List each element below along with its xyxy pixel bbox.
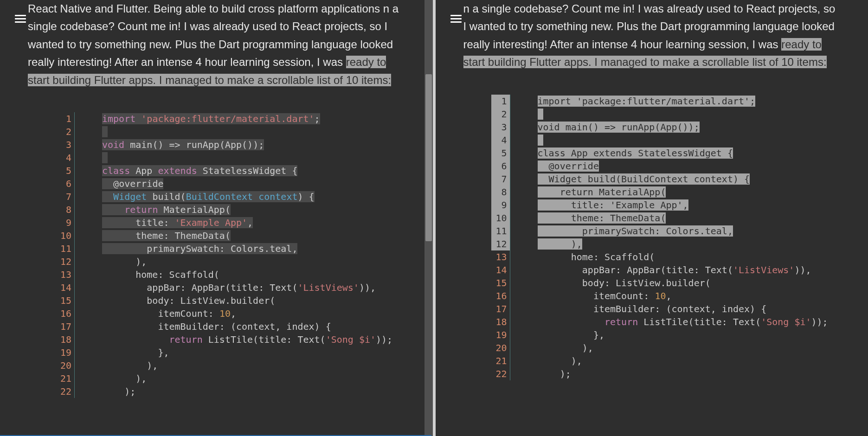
code-line: 12 ),: [491, 237, 841, 250]
code-line: 7 Widget build(BuildContext context) {: [491, 173, 841, 186]
code-line: 15 body: ListView.builder(: [491, 276, 841, 289]
code-line: 16 itemCount: 10,: [56, 307, 405, 320]
line-number: 1: [56, 112, 74, 125]
code-line: 18 return ListTile(title: Text('Song $i'…: [491, 315, 841, 328]
code-content: return ListTile(title: Text('Song $i'));: [510, 315, 828, 328]
line-number: 17: [56, 320, 74, 333]
code-line: 1import 'package:flutter/material.dart';: [491, 95, 841, 108]
line-number: 22: [56, 385, 74, 398]
code-content: return ListTile(title: Text('Song $i'));: [74, 333, 392, 346]
right-pane: n a single codebase? Count me in! I was …: [436, 0, 868, 436]
line-number: 21: [491, 354, 510, 367]
code-line: 2: [491, 108, 841, 121]
line-number: 4: [56, 151, 74, 164]
code-content: itemBuilder: (context, index) {: [510, 302, 767, 315]
code-line: 5class App extends StatelessWidget {: [491, 147, 841, 160]
line-number: 1: [491, 95, 510, 108]
line-number: 22: [491, 367, 510, 380]
code-line: 12 ),: [56, 255, 405, 268]
line-number: 18: [56, 333, 74, 346]
paragraph-text: n a single codebase? Count me in! I was …: [463, 2, 836, 51]
line-number: 16: [491, 289, 510, 302]
code-line: 19 },: [56, 346, 405, 359]
code-line: 21 ),: [491, 354, 841, 367]
line-number: 14: [491, 263, 510, 276]
code-content: ),: [510, 354, 582, 367]
code-line: 4: [56, 151, 405, 164]
line-number: 4: [491, 134, 510, 147]
code-line: 19 },: [491, 328, 841, 341]
line-number: 19: [491, 328, 510, 341]
line-number: 10: [491, 212, 510, 224]
scrollbar-thumb[interactable]: [425, 74, 432, 241]
code-content: Widget build(BuildContext context) {: [510, 173, 750, 186]
code-line: 13 home: Scaffold(: [491, 250, 841, 263]
code-content: itemCount: 10,: [510, 289, 672, 302]
code-content: itemCount: 10,: [74, 307, 236, 320]
line-number: 5: [491, 147, 510, 160]
code-line: 7 Widget build(BuildContext context) {: [56, 190, 405, 203]
code-line: 3void main() => runApp(App());: [491, 121, 841, 134]
gutter-border: [74, 112, 75, 398]
code-content: @override: [510, 160, 599, 173]
line-number: 3: [56, 138, 74, 151]
code-line: 16 itemCount: 10,: [491, 289, 841, 302]
line-number: 20: [56, 359, 74, 372]
code-line: 9 title: 'Example App',: [56, 216, 405, 229]
code-line: 17 itemBuilder: (context, index) {: [56, 320, 405, 333]
line-number: 18: [491, 315, 510, 328]
code-line: 11 primarySwatch: Colors.teal,: [56, 242, 405, 255]
code-content: );: [74, 385, 135, 398]
line-number: 9: [56, 216, 74, 229]
code-content: );: [510, 367, 571, 380]
code-line: 13 home: Scaffold(: [56, 268, 405, 281]
line-number: 6: [491, 160, 510, 173]
code-content: void main() => runApp(App());: [510, 121, 700, 134]
line-number: 8: [491, 186, 510, 199]
code-content: ),: [74, 359, 158, 372]
code-content: Widget build(BuildContext context) {: [74, 190, 315, 203]
line-number: 15: [491, 276, 510, 289]
hamburger-icon[interactable]: [15, 13, 26, 22]
code-content: return MaterialApp(: [510, 186, 666, 199]
code-line: 1import 'package:flutter/material.dart';: [56, 112, 405, 125]
code-line: 2: [56, 125, 405, 138]
code-line: 17 itemBuilder: (context, index) {: [491, 302, 841, 315]
code-content: itemBuilder: (context, index) {: [74, 320, 331, 333]
line-number: 17: [491, 302, 510, 315]
code-content: ),: [510, 237, 582, 250]
code-line: 20 ),: [56, 359, 405, 372]
line-number: 2: [491, 108, 510, 121]
code-content: primarySwatch: Colors.teal,: [74, 242, 297, 255]
line-number: 13: [491, 250, 510, 263]
code-content: ),: [74, 372, 147, 385]
code-line: 20 ),: [491, 341, 841, 354]
code-content: ),: [510, 341, 593, 354]
code-block: 1import 'package:flutter/material.dart';…: [56, 112, 405, 398]
code-content: home: Scaffold(: [74, 268, 219, 281]
code-line: 3void main() => runApp(App());: [56, 138, 405, 151]
line-number: 19: [56, 346, 74, 359]
line-number: 12: [491, 237, 510, 250]
code-line: 8 return MaterialApp(: [56, 203, 405, 216]
line-number: 9: [491, 199, 510, 212]
line-number: 15: [56, 294, 74, 307]
code-content: theme: ThemeData(: [74, 229, 231, 242]
code-line: 15 body: ListView.builder(: [56, 294, 405, 307]
code-line: 22 );: [491, 367, 841, 380]
code-content: @override: [74, 177, 163, 190]
code-line: 21 ),: [56, 372, 405, 385]
code-content: void main() => runApp(App());: [74, 138, 264, 151]
code-block: 1import 'package:flutter/material.dart';…: [491, 95, 841, 380]
scrollbar[interactable]: [424, 0, 433, 436]
line-number: 6: [56, 177, 74, 190]
code-content: return MaterialApp(: [74, 203, 231, 216]
line-number: 2: [56, 125, 74, 138]
code-content: [510, 108, 543, 121]
hamburger-icon[interactable]: [450, 13, 462, 22]
code-content: body: ListView.builder(: [74, 294, 275, 307]
code-line: 4: [491, 134, 841, 147]
code-line: 22 );: [56, 385, 405, 398]
line-number: 5: [56, 164, 74, 177]
code-content: import 'package:flutter/material.dart';: [510, 95, 756, 108]
